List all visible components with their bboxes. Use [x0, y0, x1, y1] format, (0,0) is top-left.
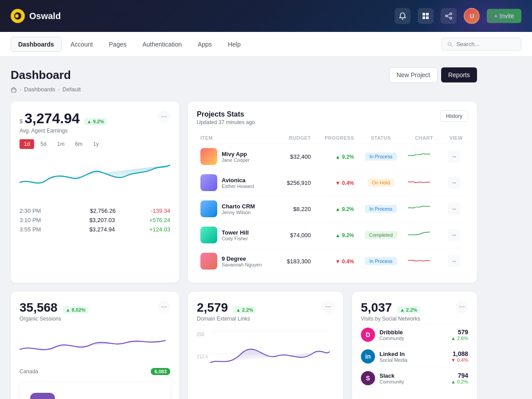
social-info: D Dribbble Community	[361, 328, 404, 342]
project-budget: $32,400	[278, 144, 314, 170]
nav-apps[interactable]: Apps	[191, 37, 219, 51]
svg-point-1	[15, 14, 19, 18]
svg-line-10	[447, 14, 450, 16]
project-chart	[408, 231, 434, 239]
notification-icon-btn[interactable]	[395, 8, 411, 24]
social-type: Community	[379, 379, 404, 384]
project-budget: $256,910	[278, 170, 314, 196]
nav-pages[interactable]: Pages	[102, 37, 134, 51]
svg-rect-4	[426, 13, 429, 16]
search-icon	[447, 41, 453, 47]
invite-button[interactable]: + Invite	[487, 9, 521, 23]
time-filter-6m[interactable]: 6m	[70, 139, 87, 149]
nav-bar: Dashboards Account Pages Authentication …	[0, 32, 532, 57]
time-filter-1y[interactable]: 1y	[89, 139, 103, 149]
domain-more-button[interactable]: ···	[322, 301, 334, 313]
social-label: Visits by Social Networks	[361, 316, 420, 322]
svg-point-7	[450, 13, 452, 15]
project-person: Jenny Wilson	[222, 210, 255, 215]
social-icon: D	[361, 328, 375, 342]
social-more-button[interactable]: ···	[456, 301, 468, 313]
col-status: STATUS	[358, 133, 404, 144]
domain-links-badge: ▲ 2.2%	[233, 306, 256, 313]
social-type: Social Media	[379, 357, 407, 363]
breadcrumb-dashboards: Dashboards	[24, 86, 55, 93]
time-entry: 2:30 PM $2,756.26 -139.34	[20, 207, 170, 214]
svg-line-11	[447, 16, 450, 18]
organic-more-button[interactable]: ···	[158, 301, 170, 313]
project-thumb	[200, 174, 217, 191]
organic-sessions-card: 35,568 ▲ 8.02% Organic Sessions ···	[11, 292, 179, 399]
nav-account[interactable]: Account	[63, 37, 100, 51]
project-progress: ▲ 9.2%	[335, 206, 354, 212]
canada-row: Canada 6,083	[20, 368, 170, 375]
bootstrap-card: B Bootstrap 5	[20, 382, 170, 399]
social-item: D Dribbble Community 579 ▲ 2.6%	[361, 324, 468, 345]
nav-help[interactable]: Help	[221, 37, 248, 51]
project-name: Mivy App	[222, 151, 250, 157]
col-progress: PROGRESS	[314, 133, 357, 144]
project-progress: ▲ 9.2%	[335, 154, 354, 160]
avatar[interactable]: U	[464, 8, 480, 24]
time-filter-5d[interactable]: 5d	[36, 139, 51, 149]
project-go-button[interactable]: →	[448, 176, 460, 189]
table-row: Charto CRM Jenny Wilson $8,220 ▲ 9.2% In…	[197, 196, 468, 222]
search-input[interactable]	[456, 41, 516, 47]
entry-amount-1: $3,207.03	[89, 217, 115, 223]
project-person: Jane Cooper	[222, 157, 250, 163]
projects-title-area: Projects Stats Updated 37 minutes ago	[197, 110, 255, 125]
projects-card: Projects Stats Updated 37 minutes ago Hi…	[188, 102, 477, 283]
reports-button[interactable]: Reports	[441, 67, 477, 82]
entry-time-0: 2:30 PM	[20, 207, 55, 214]
earnings-amount: 3,274.94	[24, 110, 80, 127]
project-go-button[interactable]: →	[448, 150, 460, 163]
new-project-button[interactable]: New Project	[389, 67, 438, 82]
bootstrap-icon: B	[30, 393, 55, 399]
social-icon: S	[361, 371, 375, 385]
canada-value: 6,083	[151, 368, 170, 375]
projects-title: Projects Stats	[197, 110, 255, 118]
domain-chart: 250 212.5	[197, 327, 334, 380]
earnings-header: $ 3,274.94 ▲ 9.2% Avg. Agent Earnings	[20, 110, 107, 139]
bottom-row: 35,568 ▲ 8.02% Organic Sessions ···	[11, 292, 477, 399]
header-actions: U + Invite	[395, 8, 521, 24]
project-item-info: 9 Degree Savannah Nguyen	[200, 253, 274, 270]
grid-icon-btn[interactable]	[418, 8, 434, 24]
entry-time-1: 3:10 PM	[20, 217, 55, 223]
social-change: ▲ 0.2%	[451, 379, 468, 384]
svg-text:250: 250	[197, 332, 204, 337]
organic-sessions-badge: ▲ 8.02%	[63, 306, 88, 313]
share-icon-btn[interactable]	[441, 8, 457, 24]
col-view: VIEW	[444, 133, 468, 144]
social-info: in Linked In Social Media	[361, 349, 407, 364]
project-go-button[interactable]: →	[448, 203, 460, 215]
earnings-card: $ 3,274.94 ▲ 9.2% Avg. Agent Earnings ··…	[11, 102, 179, 283]
project-progress: ▼ 0.4%	[335, 258, 354, 265]
earnings-currency: $	[20, 118, 23, 125]
time-entry: 3:10 PM $3,207.03 +576.24	[20, 217, 170, 223]
project-go-button[interactable]: →	[448, 255, 460, 267]
svg-point-9	[450, 17, 452, 19]
entry-change-2: +124.03	[149, 226, 170, 233]
project-name: Charto CRM	[222, 203, 255, 210]
earnings-more-button[interactable]: ···	[158, 110, 170, 123]
project-thumb	[200, 227, 217, 243]
project-go-button[interactable]: →	[448, 229, 460, 241]
nav-dashboards[interactable]: Dashboards	[11, 37, 62, 52]
project-budget: $183,300	[278, 248, 314, 274]
project-chart	[408, 152, 434, 161]
domain-links-card: 2,579 ▲ 2.2% Domain External Links ···	[188, 292, 343, 399]
breadcrumb: › Dashboards › Default	[11, 86, 477, 93]
social-item: in Linked In Social Media 1,088 ▼ 0.4%	[361, 345, 468, 367]
history-button[interactable]: History	[440, 110, 468, 122]
page-title: Dashboard	[11, 68, 71, 82]
svg-line-13	[451, 45, 452, 47]
project-person: Cody Fisher	[222, 236, 249, 241]
time-filter-1d[interactable]: 1d	[20, 139, 34, 149]
page-header: Dashboard New Project Reports	[11, 67, 477, 82]
social-type: Community	[379, 336, 404, 341]
time-filter-1m[interactable]: 1m	[53, 139, 69, 149]
organic-chart	[20, 327, 170, 363]
project-item-info: Mivy App Jane Cooper	[200, 148, 274, 165]
nav-authentication[interactable]: Authentication	[135, 37, 189, 51]
